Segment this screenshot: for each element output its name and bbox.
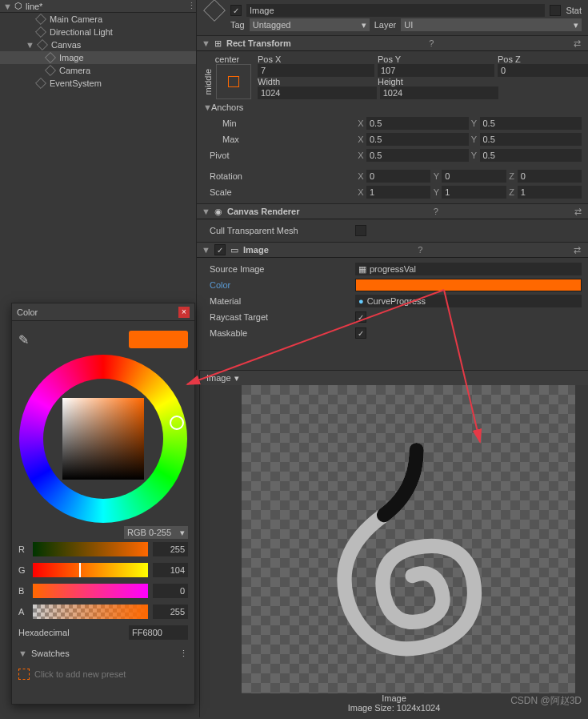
foldout-arrow[interactable]: ▼ bbox=[202, 207, 210, 216]
preview-viewport bbox=[242, 385, 575, 693]
anchor-middle-label: middle bbox=[203, 69, 213, 94]
layer-dropdown[interactable]: UI▾ bbox=[401, 18, 582, 31]
swatches-label: Swatches bbox=[31, 649, 70, 658]
hierarchy-item[interactable]: Camera bbox=[0, 64, 196, 77]
foldout-arrow[interactable]: ▼ bbox=[202, 245, 210, 255]
g-label: G bbox=[18, 565, 28, 575]
chevron-down-icon: ▾ bbox=[574, 20, 578, 30]
z-label: Z bbox=[506, 187, 518, 197]
scale-label: Scale bbox=[203, 187, 355, 197]
chevron-down-icon: ▾ bbox=[362, 20, 366, 30]
source-image-field[interactable]: ▦progressVal bbox=[355, 263, 582, 275]
inspector-header: ✓ Stat Tag Untagged▾ Layer UI▾ bbox=[197, 0, 588, 35]
tag-dropdown[interactable]: Untagged▾ bbox=[250, 18, 370, 31]
g-slider[interactable] bbox=[33, 563, 148, 577]
posx-input[interactable] bbox=[258, 64, 374, 77]
anchormax-x-input[interactable] bbox=[366, 133, 469, 146]
preset-icon[interactable]: ⇄ bbox=[572, 244, 583, 255]
hierarchy-item[interactable]: ▼Canvas bbox=[0, 38, 196, 51]
hue-handle[interactable] bbox=[170, 416, 184, 430]
gameobject-icon bbox=[35, 14, 46, 25]
r-input[interactable] bbox=[153, 542, 188, 556]
add-preset-label[interactable]: Click to add new preset bbox=[34, 669, 126, 679]
swatches-menu-icon[interactable]: ⋮ bbox=[179, 649, 188, 659]
cull-label: Cull Transparent Mesh bbox=[203, 226, 355, 235]
sv-picker[interactable] bbox=[62, 398, 144, 480]
anchormin-x-input[interactable] bbox=[366, 117, 469, 130]
image-component-header[interactable]: ▼ ✓ ▭ Image ? ⇄ bbox=[197, 242, 588, 258]
preview-tab[interactable]: Image▾ bbox=[200, 371, 588, 385]
raycast-label: Raycast Target bbox=[203, 312, 355, 322]
posz-input[interactable] bbox=[498, 64, 588, 77]
b-slider[interactable] bbox=[33, 584, 148, 598]
help-icon[interactable]: ? bbox=[430, 206, 442, 217]
anchormax-y-input[interactable] bbox=[480, 133, 582, 146]
color-window-titlebar[interactable]: Color × bbox=[12, 303, 194, 321]
a-input[interactable] bbox=[153, 605, 188, 619]
b-input[interactable] bbox=[153, 584, 188, 598]
rot-z-input[interactable] bbox=[518, 170, 582, 183]
foldout-arrow[interactable]: ▼ bbox=[26, 40, 34, 50]
material-field[interactable]: ●CurveProgress bbox=[355, 295, 582, 307]
object-name-input[interactable] bbox=[246, 4, 545, 17]
active-checkbox[interactable]: ✓ bbox=[230, 5, 242, 16]
y-label: Y bbox=[430, 171, 442, 181]
foldout-arrow[interactable]: ▼ bbox=[203, 102, 211, 112]
hierarchy-item[interactable]: EventSystem bbox=[0, 77, 196, 90]
static-checkbox[interactable] bbox=[550, 5, 561, 16]
rot-x-input[interactable] bbox=[366, 170, 430, 183]
static-label: Stat bbox=[566, 6, 582, 15]
foldout-arrow[interactable]: ▼ bbox=[3, 2, 11, 11]
preset-icon[interactable]: ⇄ bbox=[572, 38, 583, 49]
width-input[interactable] bbox=[258, 86, 377, 99]
maskable-checkbox[interactable]: ✓ bbox=[355, 327, 366, 339]
eyedropper-icon[interactable]: ✎ bbox=[18, 332, 29, 347]
hierarchy-panel: ▼ ⬡ line* ⋮ Main Camera Directional Ligh… bbox=[0, 0, 196, 304]
add-preset-icon[interactable] bbox=[18, 669, 30, 680]
help-icon[interactable]: ? bbox=[426, 38, 437, 49]
color-wheel[interactable] bbox=[19, 355, 187, 523]
current-color-swatch bbox=[129, 331, 188, 348]
scale-x-input[interactable] bbox=[366, 186, 430, 199]
close-button[interactable]: × bbox=[178, 307, 190, 318]
canvas-renderer-header[interactable]: ▼ ◉ Canvas Renderer ? ⇄ bbox=[197, 203, 588, 219]
hierarchy-item[interactable]: Main Camera bbox=[0, 13, 196, 26]
height-input[interactable] bbox=[380, 86, 499, 99]
item-label: Directional Light bbox=[50, 27, 113, 37]
hierarchy-item[interactable]: Directional Light bbox=[0, 26, 196, 38]
cull-checkbox[interactable] bbox=[355, 225, 366, 236]
x-label: X bbox=[355, 151, 366, 160]
a-label: A bbox=[18, 607, 28, 617]
raycast-checkbox[interactable]: ✓ bbox=[355, 311, 366, 323]
hex-input[interactable] bbox=[129, 625, 188, 640]
a-slider[interactable] bbox=[33, 605, 148, 619]
posy-input[interactable] bbox=[378, 64, 494, 77]
color-field[interactable] bbox=[355, 279, 582, 291]
preview-panel: Image▾ Image Image Size: 1024x1024 bbox=[199, 370, 588, 717]
scene-menu-icon[interactable]: ⋮ bbox=[187, 1, 196, 11]
image-enable-checkbox[interactable]: ✓ bbox=[214, 244, 226, 255]
color-mode-dropdown[interactable]: RGB 0-255▾ bbox=[124, 526, 188, 539]
scale-y-input[interactable] bbox=[442, 186, 506, 199]
y-label: Y bbox=[469, 118, 480, 128]
gameobject-icon bbox=[35, 78, 46, 89]
material-label: Material bbox=[203, 296, 355, 306]
rot-y-input[interactable] bbox=[442, 170, 506, 183]
foldout-arrow[interactable]: ▼ bbox=[202, 38, 210, 48]
pivot-x-input[interactable] bbox=[366, 149, 469, 162]
preset-icon[interactable]: ⇄ bbox=[572, 206, 583, 217]
anchormin-y-input[interactable] bbox=[480, 117, 582, 130]
anchor-preset-button[interactable] bbox=[216, 64, 251, 99]
x-label: X bbox=[355, 187, 366, 197]
hierarchy-item-selected[interactable]: Image bbox=[0, 51, 196, 64]
foldout-arrow[interactable]: ▼ bbox=[18, 649, 26, 658]
scene-row[interactable]: ▼ ⬡ line* ⋮ bbox=[0, 0, 196, 13]
r-slider[interactable] bbox=[33, 542, 148, 556]
rect-transform-header[interactable]: ▼ ⊞ Rect Transform ? ⇄ bbox=[197, 35, 588, 51]
rect-transform-icon: ⊞ bbox=[214, 38, 222, 49]
material-icon: ● bbox=[358, 296, 364, 306]
g-input[interactable] bbox=[153, 563, 188, 577]
help-icon[interactable]: ? bbox=[414, 244, 426, 255]
pivot-y-input[interactable] bbox=[480, 149, 582, 162]
scale-z-input[interactable] bbox=[518, 186, 582, 199]
